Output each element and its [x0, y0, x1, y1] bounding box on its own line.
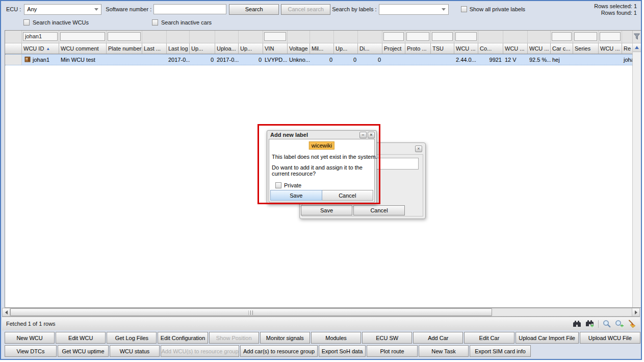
search-inactive-cars-label: Search inactive cars: [161, 19, 212, 26]
cancel-button[interactable]: Cancel: [322, 190, 374, 201]
cancel-search-button: Cancel search: [281, 4, 330, 15]
cancel-button[interactable]: Cancel: [353, 205, 405, 215]
save-button[interactable]: Save: [301, 205, 352, 215]
dialog-message-1: This label does not yet exist in the sys…: [272, 154, 373, 160]
column-header-label: Up...: [336, 45, 347, 52]
edit-car-button[interactable]: Edit Car: [464, 332, 514, 344]
column-header[interactable]: WCU ...: [454, 43, 478, 54]
column-filter-input[interactable]: [383, 32, 404, 41]
column-header[interactable]: VIN: [263, 43, 288, 54]
column-header[interactable]: WCU ID▲: [22, 43, 59, 54]
upload-wcu-file-button[interactable]: Upload WCU File: [580, 332, 640, 344]
table-row[interactable]: johan1Min WCU test2017-0...02017-0...0LV…: [5, 54, 632, 65]
column-header[interactable]: WCU ...: [503, 43, 528, 54]
row-cell-value: Min WCU test: [61, 57, 95, 63]
column-filter-input[interactable]: [600, 32, 621, 41]
column-filter-input[interactable]: [455, 32, 477, 41]
view-dtcs-button[interactable]: View DTCs: [5, 345, 57, 357]
find-icon[interactable]: [573, 320, 581, 328]
wcu-status-button[interactable]: WCU status: [110, 345, 160, 357]
minimize-icon[interactable]: −: [359, 132, 367, 138]
column-header[interactable]: Uploa...: [215, 43, 239, 54]
column-header[interactable]: Last ...: [142, 43, 167, 54]
column-filter-input[interactable]: [574, 32, 597, 41]
column-header[interactable]: Mil...: [310, 43, 334, 54]
column-header[interactable]: Last log: [167, 43, 190, 54]
row-cell-value: Unkno...: [289, 57, 310, 63]
column-header[interactable]: Voltage: [288, 43, 310, 54]
upload-car-import-file-button[interactable]: Upload Car Import File: [516, 332, 579, 344]
filter-cell: [551, 31, 573, 43]
scrollbar-thumb[interactable]: [10, 308, 492, 316]
scroll-right-button[interactable]: [632, 308, 639, 316]
column-header[interactable]: Series: [573, 43, 599, 54]
clear-icon[interactable]: [628, 320, 636, 328]
vertical-scrollbar[interactable]: [632, 31, 641, 307]
column-header[interactable]: Co...: [478, 43, 503, 54]
search-inactive-wcus-checkbox[interactable]: [23, 19, 30, 26]
close-icon[interactable]: ×: [368, 132, 375, 138]
column-header[interactable]: Up...: [239, 43, 263, 54]
column-header[interactable]: Di...: [358, 43, 382, 54]
column-header[interactable]: WCU comment: [59, 43, 107, 54]
ecu-select[interactable]: Any: [24, 4, 101, 15]
export-soh-data-button[interactable]: Export SoH data: [319, 345, 366, 357]
add-car-s-to-resource-group-button[interactable]: Add car(s) to resource group: [240, 345, 318, 357]
zoom-icon[interactable]: [603, 320, 611, 328]
edit-wcu-button[interactable]: Edit WCU: [56, 332, 106, 344]
column-header[interactable]: Car c...: [551, 43, 573, 54]
horizontal-scrollbar[interactable]: [2, 308, 640, 317]
column-header[interactable]: Proto ...: [405, 43, 431, 54]
modules-button[interactable]: Modules: [311, 332, 361, 344]
edit-configuration-button[interactable]: Edit Configuration: [158, 332, 208, 344]
column-filter-input[interactable]: [60, 32, 105, 41]
save-button[interactable]: Save: [270, 190, 322, 201]
new-wcu-button[interactable]: New WCU: [5, 332, 55, 344]
get-log-files-button[interactable]: Get Log Files: [107, 332, 157, 344]
find-add-icon[interactable]: [585, 320, 594, 328]
new-task-button[interactable]: New Task: [419, 345, 469, 357]
get-wcu-uptime-button[interactable]: Get WCU uptime: [58, 345, 109, 357]
column-filter-input[interactable]: [108, 32, 141, 41]
column-filter-input[interactable]: [406, 32, 429, 41]
column-header[interactable]: Plate number: [107, 43, 142, 54]
dialog-message-2: Do want to add it and assign it to the c…: [272, 164, 373, 177]
scroll-left-button[interactable]: [3, 308, 10, 316]
filter-funnel-corner[interactable]: [633, 31, 641, 43]
close-icon[interactable]: ×: [415, 146, 422, 152]
search-button[interactable]: Search: [229, 4, 279, 15]
column-filter-input[interactable]: [432, 32, 453, 41]
column-header-label: WCU ...: [505, 45, 525, 52]
label-value-chip: wicewiki: [309, 141, 334, 150]
column-header[interactable]: Up...: [334, 43, 358, 54]
column-filter-input[interactable]: [264, 32, 286, 41]
row-cell-value: johan1: [33, 57, 49, 63]
column-header[interactable]: TSU: [431, 43, 454, 54]
column-header[interactable]: Up...: [190, 43, 215, 54]
zoom-add-icon[interactable]: [615, 320, 624, 328]
plot-route-button[interactable]: Plot route: [367, 345, 418, 357]
show-all-private-labels-checkbox[interactable]: [461, 6, 467, 12]
software-number-input[interactable]: [153, 4, 226, 14]
add-car-button[interactable]: Add Car: [413, 332, 463, 344]
column-header[interactable]: WCU ...: [599, 43, 622, 54]
export-sim-card-info-button[interactable]: Export SIM card info: [470, 345, 531, 357]
column-header[interactable]: Project: [382, 43, 405, 54]
private-checkbox[interactable]: [275, 182, 281, 188]
column-header[interactable]: WCU ...: [528, 43, 551, 54]
labels-select[interactable]: [379, 4, 449, 15]
filter-cell: [358, 31, 382, 43]
scroll-up-button[interactable]: [633, 43, 641, 52]
chevron-down-icon: [442, 8, 446, 11]
column-header[interactable]: Re: [622, 43, 632, 54]
filter-cell: [334, 31, 358, 43]
rows-selected-text: Rows selected: 1: [594, 3, 637, 10]
column-filter-input[interactable]: [552, 32, 572, 41]
monitor-signals-button[interactable]: Monitor signals: [260, 332, 310, 344]
column-header-label: TSU: [432, 45, 444, 52]
column-header-label: WCU comment: [61, 45, 99, 52]
ecu-sw-button[interactable]: ECU SW: [362, 332, 412, 344]
column-filter-input[interactable]: johan1: [23, 32, 58, 41]
row-cell: Unkno...: [288, 55, 310, 65]
search-inactive-cars-checkbox[interactable]: [152, 19, 158, 26]
